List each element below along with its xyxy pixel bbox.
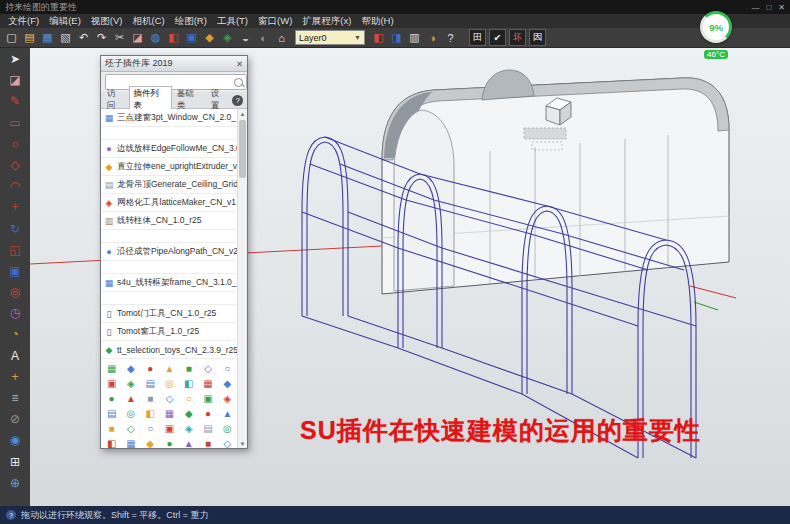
text-tool-icon[interactable]: A [6, 347, 25, 365]
shadows-toggle-icon[interactable]: ◑ [424, 30, 441, 46]
plugin-grid-icon[interactable]: ◧ [103, 437, 120, 448]
menu-item[interactable]: 文件(F) [3, 15, 44, 28]
plugin-list-item[interactable] [101, 261, 238, 274]
protractor-tool-icon[interactable]: ◔ [6, 325, 25, 343]
plugin-grid-icon[interactable]: ◈ [219, 392, 236, 405]
help-badge-icon[interactable]: ? [232, 95, 243, 106]
undo-icon[interactable]: ↶ [75, 30, 92, 46]
pan-tool-icon[interactable]: ⊞ [6, 453, 25, 471]
plugin-grid-icon[interactable]: ◧ [180, 377, 197, 390]
zoom-tool-icon[interactable]: ⊕ [6, 474, 25, 492]
plugin-grid-icon[interactable]: ▦ [199, 377, 216, 390]
eraser-tool-icon[interactable]: ◪ [6, 71, 25, 89]
move-tool-icon[interactable]: + [6, 198, 25, 216]
plugin-grid-icon[interactable]: ▣ [103, 377, 120, 390]
polygon-tool-icon[interactable]: ◇ [6, 156, 25, 174]
plugin-grid-icon[interactable]: ◆ [219, 377, 236, 390]
performance-widget[interactable]: 9% 46°C [698, 11, 734, 61]
menu-item[interactable]: 扩展程序(x) [297, 15, 356, 28]
plugin-grid-icon[interactable]: ● [199, 407, 216, 420]
views-icon[interactable]: ⌂ [273, 30, 290, 46]
plugin-list-item[interactable] [101, 230, 238, 243]
plugin-grid-icon[interactable]: ▣ [199, 392, 216, 405]
scroll-thumb[interactable] [239, 120, 246, 178]
plugin-grid-icon[interactable]: ● [161, 437, 178, 448]
maximize-icon[interactable]: □ [766, 3, 771, 12]
layer-dropdown[interactable]: Layer0 ▼ [295, 30, 365, 45]
plugin-list-item[interactable]: ▯Tomot门工具_CN_1.0_r25 [101, 305, 238, 323]
plugin-panel-titlebar[interactable]: 坯子插件库 2019 ✕ [101, 56, 247, 72]
plugin-list-item[interactable]: ●边线放样EdgeFollowMe_CN_3.0 [101, 140, 238, 158]
redo-icon[interactable]: ↷ [93, 30, 110, 46]
rotate-tool-icon[interactable]: ↻ [6, 220, 25, 238]
section-tool-icon[interactable]: ⊘ [6, 410, 25, 428]
shadow-icon[interactable]: ◐ [255, 30, 272, 46]
intersect-icon[interactable]: ◈ [219, 30, 236, 46]
plugin-list-item[interactable]: ▦三点建窗3pt_Window_CN_2.0_ [101, 109, 238, 127]
scroll-down-icon[interactable]: ▼ [238, 439, 247, 448]
plugin-list-item[interactable]: ◈网格化工具latticeMaker_CN_v1 [101, 194, 238, 212]
open-file-icon[interactable]: ▤ [21, 30, 38, 46]
plugin-list-item[interactable]: ◆直立拉伸ene_uprightExtruder_v [101, 158, 238, 176]
red-material-icon[interactable]: ◧ [370, 30, 387, 46]
axes-tool-icon[interactable]: + [6, 368, 25, 386]
soften-icon[interactable]: ◒ [237, 30, 254, 46]
plugin-list-item[interactable]: ●沿径成管PipeAlongPath_CN_v2 [101, 243, 238, 261]
menu-item[interactable]: 工具(T) [212, 15, 253, 28]
plugin-grid-icon[interactable]: ● [103, 392, 120, 405]
menu-item[interactable]: 编辑(E) [44, 15, 86, 28]
paint-bucket-icon[interactable]: ◍ [147, 30, 164, 46]
menu-item[interactable]: 绘图(R) [170, 15, 212, 28]
plugin-grid-icon[interactable]: ◈ [122, 377, 139, 390]
plugin-grid-icon[interactable]: ▦ [103, 362, 120, 375]
plugin-grid-icon[interactable]: ◇ [122, 422, 139, 435]
plugin-grid-icon[interactable]: ▲ [122, 392, 139, 405]
arc-tool-icon[interactable]: ◠ [6, 177, 25, 195]
tape-measure-tool-icon[interactable]: ◷ [6, 304, 25, 322]
circle-tool-icon[interactable]: ○ [6, 135, 25, 153]
huai-plugin-button[interactable]: 坏 [509, 29, 526, 46]
plugin-grid-icon[interactable]: ■ [142, 392, 159, 405]
cpu-percent-badge[interactable]: 9% [700, 11, 732, 43]
dimension-tool-icon[interactable]: ≡ [6, 389, 25, 407]
rectangle-tool-icon[interactable]: ▭ [6, 114, 25, 132]
plugin-grid-icon[interactable]: ○ [142, 422, 159, 435]
blue-material-icon[interactable]: ◨ [388, 30, 405, 46]
plugin-grid-icon[interactable]: ■ [199, 437, 216, 448]
model-box-icon[interactable]: ▣ [183, 30, 200, 46]
plugin-grid-icon[interactable]: ◆ [180, 407, 197, 420]
cut-icon[interactable]: ✂ [111, 30, 128, 46]
plugin-grid-icon[interactable]: ▦ [122, 437, 139, 448]
save-file-icon[interactable]: ▦ [39, 30, 56, 46]
plugin-grid-icon[interactable]: ■ [103, 422, 120, 435]
plugin-grid-icon[interactable]: ● [142, 362, 159, 375]
minimize-icon[interactable]: — [751, 3, 759, 12]
plugin-grid-icon[interactable]: ◇ [219, 437, 236, 448]
plugin-grid-icon[interactable]: ○ [180, 392, 197, 405]
help-icon[interactable]: ? [442, 30, 459, 46]
close-icon[interactable]: ✕ [236, 59, 243, 69]
plugin-grid-icon[interactable]: ◈ [180, 422, 197, 435]
plugin-list-item[interactable]: ◆tt_selection_toys_CN_2.3.9_r25 [101, 341, 238, 359]
plugin-list-item[interactable]: ▥线转柱体_CN_1.0_r25 [101, 212, 238, 230]
plugin-grid-icon[interactable]: ◎ [161, 377, 178, 390]
plugin-grid-icon[interactable]: ◇ [199, 362, 216, 375]
close-icon[interactable]: ✕ [778, 3, 785, 12]
plugin-grid-icon[interactable]: ▣ [161, 422, 178, 435]
plugin-grid-icon[interactable]: ○ [219, 362, 236, 375]
plugin-list-item[interactable] [101, 292, 238, 305]
status-help-icon[interactable]: ? [6, 510, 16, 520]
plugin-grid-icon[interactable]: ▲ [180, 437, 197, 448]
plugin-list-item[interactable]: ▦s4u_线转框架frame_CN_3.1.0_ [101, 274, 238, 292]
eraser-icon[interactable]: ◪ [129, 30, 146, 46]
plugin-grid-icon[interactable]: ▦ [161, 407, 178, 420]
plugin-list-item[interactable] [101, 127, 238, 140]
new-file-icon[interactable]: ▢ [3, 30, 20, 46]
menu-item[interactable]: 相机(C) [127, 15, 169, 28]
follow-me-icon[interactable]: ◆ [201, 30, 218, 46]
scale-tool-icon[interactable]: ◱ [6, 241, 25, 259]
plugin-grid-icon[interactable]: ◎ [122, 407, 139, 420]
scroll-up-icon[interactable]: ▲ [238, 109, 247, 118]
plugin-grid-icon[interactable]: ◇ [161, 392, 178, 405]
panel-scrollbar[interactable]: ▲ ▼ [237, 109, 247, 448]
